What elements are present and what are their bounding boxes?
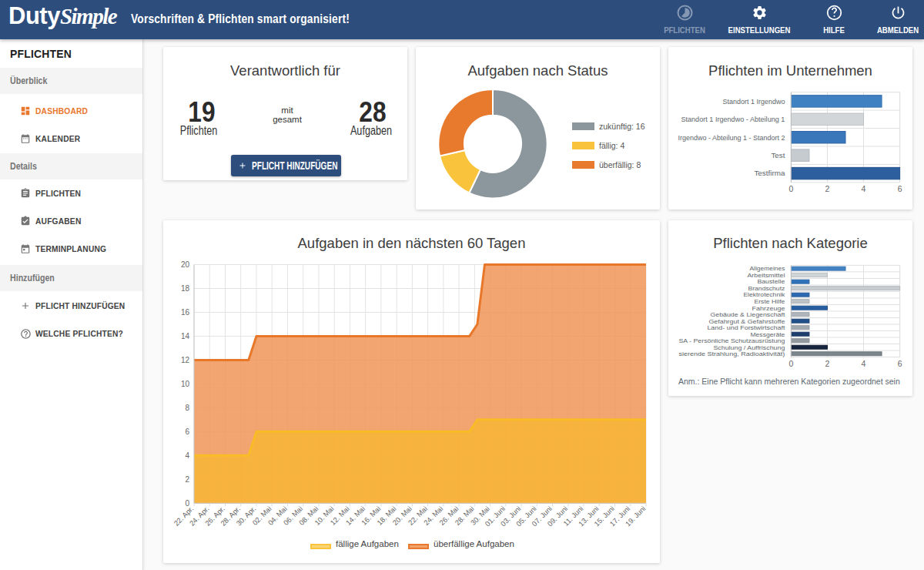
svg-text:Testfirma: Testfirma [754, 169, 785, 177]
svg-text:sierende Strahlung, Radioaktiv: sierende Strahlung, Radioaktivität) [678, 350, 785, 357]
svg-text:8: 8 [185, 404, 189, 412]
svg-text:Test: Test [771, 151, 785, 159]
svg-text:Irgendwo - Abteilung 1 - Stand: Irgendwo - Abteilung 1 - Standort 2 [678, 133, 785, 142]
svg-text:Standort 1 Irgendwo - Abteilun: Standort 1 Irgendwo - Abteilung 1 [681, 115, 785, 123]
svg-text:0: 0 [788, 359, 793, 368]
svg-text:2: 2 [185, 475, 189, 484]
svg-text:6: 6 [185, 428, 189, 436]
svg-text:10: 10 [181, 380, 190, 388]
svg-text:6: 6 [898, 184, 902, 193]
svg-text:0: 0 [788, 184, 793, 193]
svg-text:Standort 1 Irgendwo: Standort 1 Irgendwo [722, 97, 785, 106]
svg-text:4: 4 [862, 184, 866, 193]
svg-text:18: 18 [181, 284, 190, 293]
svg-text:6: 6 [898, 359, 902, 368]
svg-text:14: 14 [181, 332, 190, 340]
svg-text:12: 12 [181, 356, 190, 364]
svg-text:2: 2 [825, 184, 830, 193]
svg-text:16: 16 [181, 308, 190, 317]
svg-text:2: 2 [825, 359, 830, 368]
svg-text:4: 4 [185, 451, 189, 460]
svg-text:20: 20 [181, 260, 190, 269]
svg-text:4: 4 [862, 359, 866, 368]
